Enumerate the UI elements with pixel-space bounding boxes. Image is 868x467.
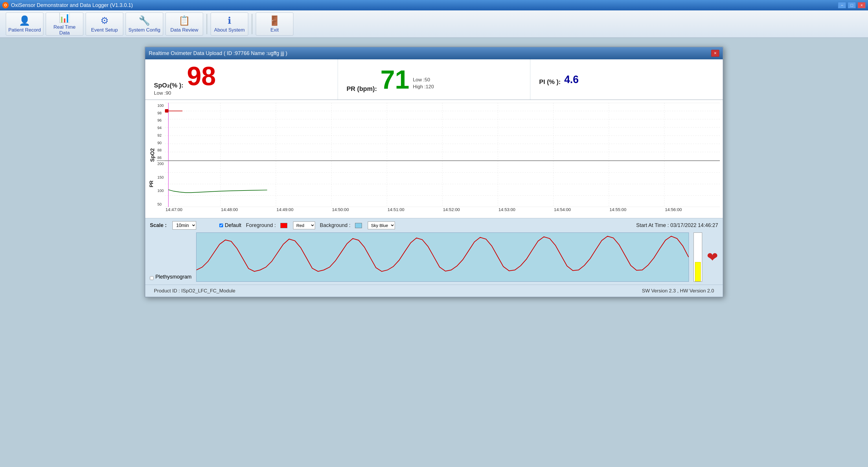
title-bar: O OxiSensor Demonstrator and Data Logger… [0,0,868,10]
spo2-value: 98 [187,63,216,89]
event-setup-button[interactable]: ⚙ Event Setup [86,12,123,36]
pr-chart-svg [165,161,720,207]
pr-y-200: 200 [157,162,164,166]
scale-label: Scale : [150,222,167,228]
dialog-close-button[interactable]: × [711,50,719,57]
patient-record-label: Patient Record [8,27,41,33]
plethysmo-checkbox[interactable] [150,276,154,280]
product-id: Product ID : ISpO2_LFC_FC_Module [154,288,236,294]
app-title: OxiSensor Demonstrator and Data Logger (… [11,2,133,8]
sw-hw-version: SW Version 2.3 , HW Version 2.0 [642,288,714,294]
patient-record-icon: 👤 [19,15,30,26]
pr-value: 71 [380,66,409,93]
data-review-button[interactable]: 📋 Data Review [165,12,203,36]
time-label-2: 14:49:00 [276,207,332,215]
pr-chart: 200 150 100 50 [157,161,720,207]
close-button[interactable]: × [858,2,866,8]
event-setup-icon: ⚙ [100,15,109,26]
spo2-low: Low :90 [154,90,171,96]
maximize-button[interactable]: □ [848,2,856,8]
pr-low: Low :50 [413,77,434,83]
system-config-button[interactable]: 🔧 System Config [126,12,163,36]
toolbar: 👤 Patient Record 📊 Real Time Data ⚙ Even… [0,10,868,38]
spo2-chart: 100 98 96 94 92 90 88 86 [157,103,720,161]
time-label-4: 14:51:00 [387,207,442,215]
data-review-label: Data Review [170,27,198,33]
spo2-label: SpO₂(% ): [154,82,183,89]
time-axis: 14:47:00 14:48:00 14:49:00 14:50:00 14:5… [165,207,720,215]
time-label-5: 14:52:00 [442,207,498,215]
data-review-icon: 📋 [179,15,190,26]
controls-row: Scale : 10min 1min 5min 30min Default Fo… [145,218,723,232]
time-label-9: 14:56:00 [664,207,720,215]
spo2-y-88: 88 [157,148,164,152]
background-select[interactable]: Sky Blue White Black Gray [368,222,395,229]
heart-icon: ❤ [707,232,718,282]
plethysmo-waveform-svg [196,233,689,282]
bar-fill [695,262,701,282]
background-label: Background : [320,222,350,228]
svg-rect-19 [165,109,168,113]
exit-icon: 🚪 [269,15,280,26]
about-system-label: About System [214,27,245,33]
time-label-6: 14:53:00 [498,207,554,215]
main-area: Realtime Oximeter Data Upload ( ID :9776… [0,38,868,467]
toolbar-separator [207,14,207,34]
pi-label: PI (% ): [539,78,561,86]
event-setup-label: Event Setup [91,27,118,33]
exit-button[interactable]: 🚪 Exit [256,12,293,36]
product-info-footer: Product ID : ISpO2_LFC_FC_Module SW Vers… [145,285,723,297]
foreground-label: Foreground : [246,222,276,228]
spo2-chart-svg [165,103,720,160]
time-label-1: 14:48:00 [220,207,276,215]
about-system-button[interactable]: ℹ About System [211,12,248,36]
chart-container: SpO2 100 98 96 94 92 90 88 [148,103,720,207]
spo2-y-94: 94 [157,126,164,130]
pi-block: PI (% ): 4.6 [530,59,723,99]
minimize-button[interactable]: − [838,2,846,8]
time-label-8: 14:55:00 [609,207,664,215]
time-label-0: 14:47:00 [165,207,220,215]
about-system-icon: ℹ [228,15,231,26]
spo2-y-86: 86 [157,155,164,160]
foreground-swatch [280,223,287,228]
realtime-data-button[interactable]: 📊 Real Time Data [46,12,83,36]
realtime-data-label: Real Time Data [48,24,81,36]
exit-label: Exit [271,27,279,33]
foreground-select[interactable]: Red Green Blue Black [293,222,315,229]
dialog-title-bar: Realtime Oximeter Data Upload ( ID :9776… [145,47,723,59]
spo2-block: SpO₂(% ): 98 Low :90 [145,59,338,99]
scale-select[interactable]: 10min 1min 5min 30min [173,221,196,230]
app-icon: O [2,2,9,8]
dialog-window: Realtime Oximeter Data Upload ( ID :9776… [145,47,723,297]
patient-record-button[interactable]: 👤 Patient Record [6,12,43,36]
vitals-panel: SpO₂(% ): 98 Low :90 PR (bpm): 71 Low :5… [145,59,723,100]
color-controls: Default Foreground : Red Green Blue Blac… [219,222,395,229]
spo2-y-96: 96 [157,118,164,122]
time-label-3: 14:50:00 [331,207,387,215]
spo2-y-92: 92 [157,133,164,138]
default-checkbox[interactable] [219,224,223,227]
pr-ylabel: PR [149,161,155,207]
spo2-y-98: 98 [157,111,164,115]
bar-indicator [693,232,702,282]
charts-area: SpO2 100 98 96 94 92 90 88 [145,100,723,218]
dialog-title: Realtime Oximeter Data Upload ( ID :9776… [149,50,287,56]
plethysmo-checkbox-container: Plethysmogram [150,274,191,280]
time-label-7: 14:54:00 [554,207,609,215]
system-config-label: System Config [128,27,161,33]
default-label: Default [225,222,241,228]
plethysmo-label-col: Plethysmogram [150,232,191,282]
plethysmogram-row: Plethysmogram ❤ [145,232,723,285]
pr-high: High :120 [413,84,434,90]
plethysmo-label: Plethysmogram [155,274,191,280]
pr-block: PR (bpm): 71 Low :50 High :120 [338,59,531,99]
background-swatch [355,223,362,228]
pr-label: PR (bpm): [347,85,377,93]
plethysmo-chart [196,232,689,282]
start-time: Start At Time : 03/17/2022 14:46:27 [636,222,718,228]
pr-y-150: 150 [157,175,164,179]
pr-y-100: 100 [157,188,164,193]
pi-value: 4.6 [564,74,579,86]
spo2-y-100: 100 [157,104,164,108]
